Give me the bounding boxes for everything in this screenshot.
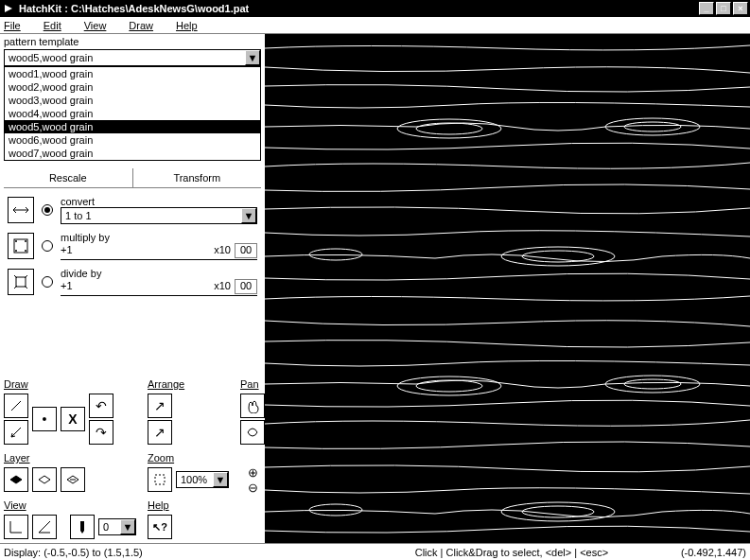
svg-rect-9 <box>155 475 165 484</box>
template-option[interactable]: wood7,wood grain <box>5 147 260 160</box>
menu-view[interactable]: View <box>84 20 107 31</box>
template-dropdown[interactable]: wood1,wood grain wood2,wood grain wood3,… <box>4 66 261 161</box>
status-coords: (-0.492,1.447) <box>681 547 746 558</box>
chevron-down-icon[interactable]: ▼ <box>241 208 256 223</box>
minimize-button[interactable]: _ <box>699 2 714 15</box>
view-section-label: View <box>4 499 136 511</box>
multiply-x10[interactable]: 00 <box>235 243 257 258</box>
zoom-out-icon[interactable]: ⊖ <box>248 481 258 495</box>
template-option[interactable]: wood2,wood grain <box>5 80 260 94</box>
point-tool-button[interactable]: • <box>32 407 57 431</box>
view-value[interactable]: 0 <box>99 521 120 533</box>
draw-section-label: Draw <box>4 378 136 390</box>
template-option[interactable]: wood4,wood grain <box>5 107 260 120</box>
status-display: Display: (-0.5,-0.5) to (1.5,1.5) <box>4 547 342 558</box>
template-option[interactable]: wood1,wood grain <box>5 67 260 80</box>
template-option[interactable]: wood3,wood grain <box>5 94 260 107</box>
arrange-up-button[interactable]: ↗ <box>148 394 172 418</box>
view-grid-button[interactable] <box>4 515 28 539</box>
menubar: File Edit View Draw Help <box>0 17 750 34</box>
x10-label: x10 <box>214 244 231 255</box>
left-panel: pattern template wood5,wood grain ▼ wood… <box>0 34 265 543</box>
convert-radio[interactable] <box>42 204 53 216</box>
zoom-section-label: Zoom <box>148 452 229 464</box>
svg-point-11 <box>416 123 482 134</box>
convert-icon[interactable] <box>8 197 34 223</box>
layer-add-button[interactable] <box>4 467 28 492</box>
menu-file[interactable]: File <box>4 20 21 31</box>
maximize-button[interactable]: □ <box>716 2 731 15</box>
app-icon <box>2 2 15 15</box>
layer-edit-button[interactable] <box>32 467 57 492</box>
svg-point-17 <box>397 376 501 395</box>
x10-label: x10 <box>214 280 231 291</box>
divide-label: divide by <box>61 268 257 279</box>
arrow-tool-button[interactable] <box>4 420 28 445</box>
svg-point-13 <box>624 122 681 131</box>
x-tool-button[interactable]: X <box>61 407 85 431</box>
menu-help[interactable]: Help <box>176 20 198 31</box>
layer-del-button[interactable] <box>61 467 85 492</box>
convert-label: convert <box>61 196 257 207</box>
svg-line-7 <box>11 401 21 411</box>
tab-rescale[interactable]: Rescale <box>4 168 133 188</box>
chevron-down-icon[interactable]: ▼ <box>245 50 260 65</box>
template-label: pattern template <box>0 34 265 49</box>
status-hint: Click | Click&Drag to select, <del> | <e… <box>342 547 681 558</box>
arrange-section-label: Arrange <box>148 378 229 390</box>
multiply-icon[interactable] <box>8 233 34 259</box>
divide-radio[interactable] <box>42 276 53 288</box>
view-pen-button[interactable] <box>70 515 95 539</box>
svg-point-5 <box>25 250 26 252</box>
pan-section-label: Pan <box>240 378 265 390</box>
help-section-label: Help <box>148 499 229 511</box>
undo-button[interactable]: ↶ <box>89 394 113 418</box>
multiply-radio[interactable] <box>42 240 53 252</box>
convert-value[interactable]: 1 to 1 <box>61 210 241 221</box>
chevron-down-icon[interactable]: ▼ <box>213 472 228 487</box>
svg-rect-6 <box>16 277 26 287</box>
divide-icon[interactable] <box>8 269 34 295</box>
template-option[interactable]: wood6,wood grain <box>5 133 260 147</box>
template-selected: wood5,wood grain <box>5 52 245 63</box>
svg-rect-8 <box>80 521 84 531</box>
menu-draw[interactable]: Draw <box>129 20 153 31</box>
template-option-selected[interactable]: wood5,wood grain <box>5 120 260 133</box>
arrange-down-button[interactable]: ↗ <box>148 420 172 445</box>
layer-section-label: Layer <box>4 452 136 464</box>
close-button[interactable]: × <box>733 2 748 15</box>
titlebar: HatchKit : C:\Hatches\AdeskNewsG\wood1.p… <box>0 0 750 17</box>
view-axis-button[interactable] <box>32 515 57 539</box>
svg-point-19 <box>605 376 700 393</box>
help-button[interactable]: ↖? <box>148 515 172 539</box>
svg-point-21 <box>501 502 615 521</box>
line-tool-button[interactable] <box>4 394 28 418</box>
svg-point-4 <box>15 250 17 252</box>
svg-point-14 <box>501 247 615 266</box>
pan-grab-button[interactable] <box>240 420 265 445</box>
zoom-value[interactable]: 100% <box>177 474 213 485</box>
divide-value[interactable]: +1 <box>61 280 214 291</box>
statusbar: Display: (-0.5,-0.5) to (1.5,1.5) Click … <box>0 543 750 560</box>
zoom-in-icon[interactable]: ⊕ <box>248 465 258 480</box>
svg-point-18 <box>416 380 482 392</box>
zoom-extents-button[interactable] <box>148 467 172 492</box>
svg-point-10 <box>397 119 501 138</box>
svg-point-12 <box>605 118 700 135</box>
menu-edit[interactable]: Edit <box>44 20 61 31</box>
template-combo[interactable]: wood5,wood grain ▼ <box>4 49 261 66</box>
preview-canvas[interactable] <box>265 34 750 543</box>
divide-x10[interactable]: 00 <box>235 279 257 294</box>
window-title: HatchKit : C:\Hatches\AdeskNewsG\wood1.p… <box>19 3 699 14</box>
multiply-label: multiply by <box>61 232 257 243</box>
tab-transform[interactable]: Transform <box>133 168 262 188</box>
svg-marker-0 <box>5 5 12 12</box>
svg-point-20 <box>624 379 681 389</box>
wood-grain-preview <box>265 34 750 543</box>
redo-button[interactable]: ↷ <box>89 420 113 445</box>
chevron-down-icon[interactable]: ▼ <box>120 519 135 534</box>
multiply-value[interactable]: +1 <box>61 244 214 255</box>
pan-hand-button[interactable] <box>240 394 265 418</box>
svg-point-3 <box>25 240 26 242</box>
svg-point-2 <box>15 240 17 242</box>
